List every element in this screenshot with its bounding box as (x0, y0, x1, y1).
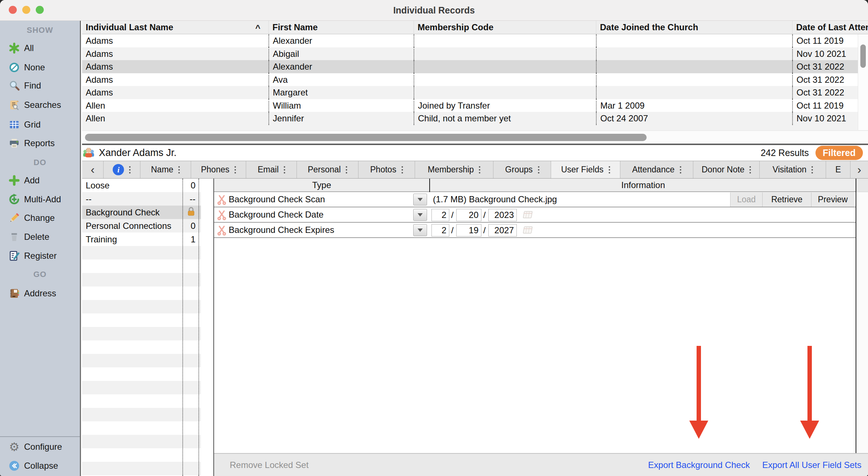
main-content: Individual Last Name^ First Name Members… (82, 21, 868, 476)
annotation-arrow-down (689, 346, 708, 439)
sidebar-item-multi-add[interactable]: Multi-Add (0, 192, 80, 207)
year-field[interactable]: 2027 (488, 224, 517, 237)
sidebar-item-reports[interactable]: Reports (0, 136, 80, 151)
table-row[interactable]: AdamsAvaOct 31 2022 (82, 73, 868, 86)
tab-menu-icon[interactable] (402, 166, 403, 168)
register-icon (8, 250, 20, 262)
month-field[interactable]: 2 (431, 209, 449, 221)
column-header-date-last-attended[interactable]: Date of Last Atten (792, 21, 868, 34)
tab-menu-icon[interactable] (538, 166, 539, 168)
tab-menu-icon[interactable] (749, 166, 751, 168)
sort-ascending-icon: ^ (255, 22, 260, 34)
calendar-icon[interactable] (522, 211, 533, 222)
day-field[interactable]: 20 (456, 209, 481, 221)
tab-email[interactable]: Email (246, 161, 297, 178)
day-field[interactable]: 19 (456, 224, 481, 237)
sidebar: SHOW All None Find Searches Grid Reports… (0, 21, 81, 476)
scissors-icon[interactable] (217, 210, 226, 222)
tab-groups[interactable]: Groups (493, 161, 551, 178)
tab-menu-icon[interactable] (346, 166, 347, 168)
vertical-scrollbar[interactable] (858, 34, 868, 130)
sidebar-item-add[interactable]: Add (0, 173, 80, 188)
table-row[interactable]: AllenWilliamJoined by TransferMar 1 2009… (82, 99, 868, 112)
sidebar-item-configure[interactable]: ⚙ Configure (0, 439, 80, 454)
export-background-check-link[interactable]: Export Background Check (648, 460, 750, 470)
sidebar-item-change[interactable]: Change (0, 210, 80, 226)
sidebar-item-register[interactable]: Register (0, 248, 80, 264)
horizontal-scrollbar[interactable] (82, 130, 868, 144)
table-row[interactable]: AdamsMargaretOct 31 2022 (82, 86, 868, 99)
sidebar-item-find[interactable]: Find (0, 78, 80, 93)
people-avatar-icon (82, 146, 95, 160)
tab-truncated[interactable]: E (826, 161, 850, 178)
month-field[interactable]: 2 (431, 224, 449, 237)
tab-menu-icon[interactable] (479, 166, 480, 168)
tab-menu-icon[interactable] (178, 166, 180, 168)
preview-button[interactable]: Preview (811, 192, 854, 207)
information-column-header: Information (430, 179, 856, 192)
tab-scroll-left-button[interactable]: ‹ (82, 161, 104, 178)
tab-phones[interactable]: Phones (191, 161, 247, 178)
type-dropdown-button[interactable] (413, 224, 427, 236)
sidebar-section-go: GO (0, 270, 80, 279)
tab-donor-note[interactable]: Donor Note (693, 161, 760, 178)
trash-icon (8, 231, 20, 243)
export-all-user-field-sets-link[interactable]: Export All User Field Sets (762, 460, 861, 470)
list-item-training[interactable]: Training 1 (82, 233, 201, 246)
tab-user-fields[interactable]: User Fields (551, 161, 620, 178)
printer-icon (8, 137, 20, 149)
tab-name[interactable]: Name (140, 161, 191, 178)
vertical-scrollbar-thumb[interactable] (860, 44, 866, 68)
field-row-date: Background Check Date 2 / 20 / 2023 (214, 207, 856, 223)
tab-menu-icon[interactable] (609, 166, 610, 168)
pencil-icon (8, 212, 20, 224)
remove-locked-set-button[interactable]: Remove Locked Set (230, 460, 309, 470)
type-dropdown-button[interactable] (413, 209, 427, 221)
tab-menu-icon[interactable] (680, 166, 681, 168)
sidebar-item-grid[interactable]: Grid (0, 117, 80, 132)
filtered-badge[interactable]: Filtered (815, 146, 863, 160)
field-row-scan: Background Check Scan (1.7 MB) Backgroun… (214, 192, 856, 207)
tab-scroll-right-button[interactable]: › (850, 161, 868, 178)
column-header-first-name[interactable]: First Name (268, 21, 414, 34)
retrieve-button[interactable]: Retrieve (762, 192, 811, 207)
tab-menu-icon[interactable] (284, 166, 285, 168)
list-item-dash[interactable]: -- -- (82, 192, 201, 206)
detail-vertical-scrollbar[interactable] (856, 179, 868, 453)
date-separator: / (451, 207, 454, 223)
column-header-date-joined[interactable]: Date Joined the Church (596, 21, 792, 34)
sidebar-item-all[interactable]: All (0, 40, 80, 56)
sidebar-item-none[interactable]: None (0, 60, 80, 75)
year-field[interactable]: 2023 (488, 209, 517, 221)
table-row[interactable]: AdamsAbigailNov 10 2021 (82, 47, 868, 61)
table-row-selected[interactable]: AdamsAlexanderOct 31 2022 (82, 60, 868, 73)
tab-attendance[interactable]: Attendance (620, 161, 693, 178)
sidebar-section-show: SHOW (0, 26, 80, 35)
horizontal-scrollbar-thumb[interactable] (85, 134, 647, 141)
tab-membership[interactable]: Membership (415, 161, 494, 178)
tab-personal[interactable]: Personal (297, 161, 359, 178)
list-item-loose[interactable]: Loose 0 (82, 179, 201, 192)
column-header-last-name[interactable]: Individual Last Name^ (82, 21, 268, 34)
sidebar-item-searches[interactable]: Searches (0, 97, 80, 113)
lock-icon (182, 206, 198, 219)
tab-info[interactable]: i (104, 161, 140, 178)
list-item-personal-connections[interactable]: Personal Connections 0 (82, 219, 201, 233)
tab-photos[interactable]: Photos (359, 161, 415, 178)
calendar-icon[interactable] (522, 226, 533, 237)
table-row[interactable]: AllenJenniferChild, not a member yetOct … (82, 112, 868, 125)
load-button[interactable]: Load (731, 192, 762, 207)
scissors-icon[interactable] (217, 194, 226, 207)
sidebar-item-delete[interactable]: Delete (0, 229, 80, 245)
table-row[interactable]: AdamsAlexanderOct 11 2019 (82, 34, 868, 47)
sidebar-item-address[interactable]: Address (0, 286, 80, 301)
tab-visitation[interactable]: Visitation (760, 161, 826, 178)
list-item-background-check[interactable]: Background Check (82, 206, 201, 219)
tab-menu-icon[interactable] (235, 166, 236, 168)
tab-menu-icon[interactable] (811, 166, 813, 168)
tab-menu-icon[interactable] (129, 166, 131, 168)
sidebar-item-collapse[interactable]: Collapse (0, 458, 80, 473)
column-header-membership-code[interactable]: Membership Code (414, 21, 596, 34)
type-dropdown-button[interactable] (413, 194, 427, 206)
scissors-icon[interactable] (217, 225, 226, 237)
